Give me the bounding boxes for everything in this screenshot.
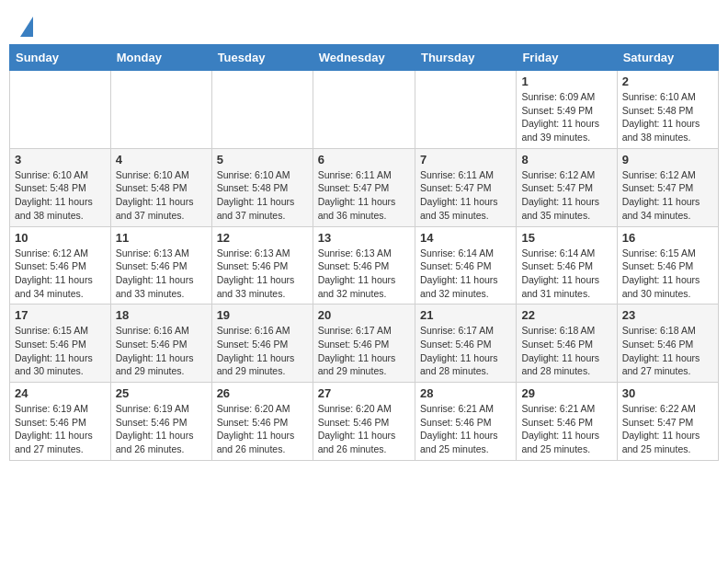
header-tuesday: Tuesday xyxy=(211,45,313,71)
day-info: Sunrise: 6:22 AM Sunset: 5:47 PM Dayligh… xyxy=(622,402,713,456)
calendar-cell: 10Sunrise: 6:12 AM Sunset: 5:46 PM Dayli… xyxy=(10,226,111,304)
calendar-cell: 28Sunrise: 6:21 AM Sunset: 5:46 PM Dayli… xyxy=(415,383,516,461)
day-info: Sunrise: 6:13 AM Sunset: 5:46 PM Dayligh… xyxy=(217,247,308,301)
calendar-week-row: 3Sunrise: 6:10 AM Sunset: 5:48 PM Daylig… xyxy=(10,148,719,226)
calendar-cell xyxy=(211,71,313,149)
header-monday: Monday xyxy=(110,45,211,71)
day-info: Sunrise: 6:09 AM Sunset: 5:49 PM Dayligh… xyxy=(521,90,611,144)
calendar-cell: 22Sunrise: 6:18 AM Sunset: 5:46 PM Dayli… xyxy=(517,304,617,383)
header-friday: Friday xyxy=(517,45,617,71)
calendar-cell: 4Sunrise: 6:10 AM Sunset: 5:48 PM Daylig… xyxy=(110,148,211,226)
day-info: Sunrise: 6:11 AM Sunset: 5:47 PM Dayligh… xyxy=(318,168,410,223)
day-info: Sunrise: 6:12 AM Sunset: 5:46 PM Dayligh… xyxy=(15,247,106,301)
calendar-cell: 3Sunrise: 6:10 AM Sunset: 5:48 PM Daylig… xyxy=(10,148,111,226)
calendar-cell: 13Sunrise: 6:13 AM Sunset: 5:46 PM Dayli… xyxy=(313,226,415,304)
calendar-cell: 9Sunrise: 6:12 AM Sunset: 5:47 PM Daylig… xyxy=(617,148,718,226)
day-number: 22 xyxy=(521,308,611,322)
calendar-cell: 24Sunrise: 6:19 AM Sunset: 5:46 PM Dayli… xyxy=(10,383,111,461)
day-number: 19 xyxy=(217,308,308,322)
day-info: Sunrise: 6:11 AM Sunset: 5:47 PM Dayligh… xyxy=(420,168,511,223)
calendar-cell: 14Sunrise: 6:14 AM Sunset: 5:46 PM Dayli… xyxy=(415,226,516,304)
day-info: Sunrise: 6:12 AM Sunset: 5:47 PM Dayligh… xyxy=(521,168,611,223)
calendar-cell: 29Sunrise: 6:21 AM Sunset: 5:46 PM Dayli… xyxy=(517,383,617,461)
day-info: Sunrise: 6:21 AM Sunset: 5:46 PM Dayligh… xyxy=(521,402,611,456)
day-info: Sunrise: 6:20 AM Sunset: 5:46 PM Dayligh… xyxy=(318,402,410,456)
header-saturday: Saturday xyxy=(617,45,718,71)
day-info: Sunrise: 6:15 AM Sunset: 5:46 PM Dayligh… xyxy=(15,324,106,378)
page-header xyxy=(0,0,728,44)
calendar-cell: 16Sunrise: 6:15 AM Sunset: 5:46 PM Dayli… xyxy=(617,226,718,304)
day-info: Sunrise: 6:13 AM Sunset: 5:46 PM Dayligh… xyxy=(318,247,410,301)
day-info: Sunrise: 6:13 AM Sunset: 5:46 PM Dayligh… xyxy=(116,247,207,301)
day-number: 14 xyxy=(420,231,511,245)
day-info: Sunrise: 6:17 AM Sunset: 5:46 PM Dayligh… xyxy=(420,324,511,378)
day-info: Sunrise: 6:10 AM Sunset: 5:48 PM Dayligh… xyxy=(116,168,207,223)
day-info: Sunrise: 6:19 AM Sunset: 5:46 PM Dayligh… xyxy=(15,402,106,456)
day-number: 7 xyxy=(420,153,511,167)
day-info: Sunrise: 6:14 AM Sunset: 5:46 PM Dayligh… xyxy=(521,247,611,301)
day-number: 24 xyxy=(15,386,106,400)
day-number: 13 xyxy=(318,231,410,245)
logo-triangle-icon xyxy=(20,17,33,37)
calendar-cell: 5Sunrise: 6:10 AM Sunset: 5:48 PM Daylig… xyxy=(211,148,313,226)
calendar-cell: 12Sunrise: 6:13 AM Sunset: 5:46 PM Dayli… xyxy=(211,226,313,304)
calendar-cell: 8Sunrise: 6:12 AM Sunset: 5:47 PM Daylig… xyxy=(517,148,617,226)
calendar-cell: 25Sunrise: 6:19 AM Sunset: 5:46 PM Dayli… xyxy=(110,383,211,461)
day-info: Sunrise: 6:16 AM Sunset: 5:46 PM Dayligh… xyxy=(217,324,308,378)
calendar-week-row: 1Sunrise: 6:09 AM Sunset: 5:49 PM Daylig… xyxy=(10,71,719,149)
day-number: 17 xyxy=(15,308,106,322)
day-number: 18 xyxy=(116,308,207,322)
day-info: Sunrise: 6:16 AM Sunset: 5:46 PM Dayligh… xyxy=(116,324,207,378)
calendar-cell: 23Sunrise: 6:18 AM Sunset: 5:46 PM Dayli… xyxy=(617,304,718,383)
calendar-cell xyxy=(10,71,111,149)
day-number: 1 xyxy=(521,75,611,88)
day-info: Sunrise: 6:10 AM Sunset: 5:48 PM Dayligh… xyxy=(15,168,106,223)
calendar-header-row: SundayMondayTuesdayWednesdayThursdayFrid… xyxy=(10,45,719,71)
calendar-week-row: 24Sunrise: 6:19 AM Sunset: 5:46 PM Dayli… xyxy=(10,383,719,461)
day-number: 23 xyxy=(622,308,713,322)
calendar-table: SundayMondayTuesdayWednesdayThursdayFrid… xyxy=(9,44,719,461)
calendar-cell: 6Sunrise: 6:11 AM Sunset: 5:47 PM Daylig… xyxy=(313,148,415,226)
header-thursday: Thursday xyxy=(415,45,516,71)
day-number: 9 xyxy=(622,153,713,167)
day-number: 28 xyxy=(420,386,511,400)
day-info: Sunrise: 6:20 AM Sunset: 5:46 PM Dayligh… xyxy=(217,402,308,456)
day-number: 12 xyxy=(217,231,308,245)
day-number: 27 xyxy=(318,386,410,400)
calendar-cell: 2Sunrise: 6:10 AM Sunset: 5:48 PM Daylig… xyxy=(617,71,718,149)
day-number: 29 xyxy=(521,386,611,400)
header-wednesday: Wednesday xyxy=(313,45,415,71)
day-number: 3 xyxy=(15,153,106,167)
day-info: Sunrise: 6:19 AM Sunset: 5:46 PM Dayligh… xyxy=(116,402,207,456)
day-number: 25 xyxy=(116,386,207,400)
calendar-cell xyxy=(313,71,415,149)
calendar-week-row: 10Sunrise: 6:12 AM Sunset: 5:46 PM Dayli… xyxy=(10,226,719,304)
day-number: 16 xyxy=(622,231,713,245)
logo xyxy=(18,15,33,37)
day-number: 11 xyxy=(116,231,207,245)
day-info: Sunrise: 6:10 AM Sunset: 5:48 PM Dayligh… xyxy=(217,168,308,223)
day-number: 20 xyxy=(318,308,410,322)
day-number: 10 xyxy=(15,231,106,245)
day-number: 26 xyxy=(217,386,308,400)
day-info: Sunrise: 6:21 AM Sunset: 5:46 PM Dayligh… xyxy=(420,402,511,456)
calendar-cell: 19Sunrise: 6:16 AM Sunset: 5:46 PM Dayli… xyxy=(211,304,313,383)
day-number: 15 xyxy=(521,231,611,245)
calendar-cell: 7Sunrise: 6:11 AM Sunset: 5:47 PM Daylig… xyxy=(415,148,516,226)
day-number: 30 xyxy=(622,386,713,400)
day-info: Sunrise: 6:18 AM Sunset: 5:46 PM Dayligh… xyxy=(521,324,611,378)
day-info: Sunrise: 6:17 AM Sunset: 5:46 PM Dayligh… xyxy=(318,324,410,378)
calendar-cell: 11Sunrise: 6:13 AM Sunset: 5:46 PM Dayli… xyxy=(110,226,211,304)
header-sunday: Sunday xyxy=(10,45,111,71)
calendar-cell: 15Sunrise: 6:14 AM Sunset: 5:46 PM Dayli… xyxy=(517,226,617,304)
calendar-cell: 1Sunrise: 6:09 AM Sunset: 5:49 PM Daylig… xyxy=(517,71,617,149)
calendar-cell xyxy=(415,71,516,149)
calendar-cell: 21Sunrise: 6:17 AM Sunset: 5:46 PM Dayli… xyxy=(415,304,516,383)
day-number: 5 xyxy=(217,153,308,167)
day-number: 21 xyxy=(420,308,511,322)
day-info: Sunrise: 6:18 AM Sunset: 5:46 PM Dayligh… xyxy=(622,324,713,378)
calendar-cell: 30Sunrise: 6:22 AM Sunset: 5:47 PM Dayli… xyxy=(617,383,718,461)
calendar-week-row: 17Sunrise: 6:15 AM Sunset: 5:46 PM Dayli… xyxy=(10,304,719,383)
calendar-cell xyxy=(110,71,211,149)
day-info: Sunrise: 6:10 AM Sunset: 5:48 PM Dayligh… xyxy=(622,90,713,144)
